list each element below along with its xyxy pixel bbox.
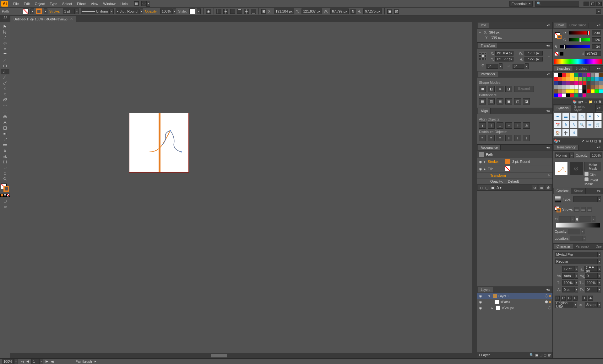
swatch-item[interactable]	[554, 73, 558, 77]
first-artboard-icon[interactable]: ⏮	[20, 360, 24, 363]
last-artboard-icon[interactable]: ⏭	[51, 360, 54, 363]
none-mode-icon[interactable]	[7, 194, 10, 197]
panel-menu-icon[interactable]: ▾≡	[545, 109, 551, 113]
visibility-icon[interactable]: ◉	[478, 294, 483, 298]
panel-menu-icon[interactable]: ▾≡	[596, 189, 602, 193]
tracking-input[interactable]: 0	[585, 273, 597, 279]
zoom-tool[interactable]	[1, 176, 9, 182]
swatch-item[interactable]	[558, 77, 562, 81]
color-spectrum[interactable]	[554, 59, 602, 64]
dist-bottom-icon[interactable]: ≡	[497, 135, 503, 141]
font-size-input[interactable]: 12 pt	[562, 266, 574, 272]
profile-input[interactable]: Uniform	[81, 8, 110, 14]
swatch-item[interactable]	[574, 73, 578, 77]
stroke-color-swatch[interactable]	[505, 159, 510, 164]
panel-menu-icon[interactable]: ▾≡	[545, 288, 551, 292]
character-tab[interactable]: Character	[554, 244, 573, 249]
shape-builder-tool[interactable]	[1, 114, 9, 120]
swatch-item[interactable]	[595, 89, 599, 93]
symbol-item[interactable]: ▢	[578, 113, 586, 120]
opentype-tab[interactable]: OpenType	[593, 244, 603, 249]
menu-window[interactable]: Window	[101, 0, 118, 8]
selection-tool[interactable]	[1, 24, 9, 29]
screen-mode-icon[interactable]: ▭	[1, 204, 9, 209]
gradient-ramp[interactable]	[556, 223, 600, 228]
swatch-item[interactable]	[554, 77, 558, 81]
outline-icon[interactable]: ▢	[514, 98, 521, 104]
paintbrush-tool[interactable]	[1, 69, 9, 74]
symbol-item[interactable]: ➕	[562, 129, 570, 136]
menu-type[interactable]: Type	[47, 0, 60, 8]
subscript-icon[interactable]: T₁	[573, 296, 578, 301]
x-input[interactable]: 191.104 px	[274, 8, 294, 14]
dist-vcenter-icon[interactable]: ≡	[488, 135, 495, 141]
artboard[interactable]	[129, 113, 188, 172]
blend-mode-dd[interactable]: ▾	[570, 153, 574, 158]
make-clip-icon[interactable]: ▣	[535, 353, 538, 357]
swatch-item[interactable]	[566, 73, 570, 77]
paragraph-tab[interactable]: Paragraph	[573, 244, 593, 249]
stroke-weight-dd[interactable]: ▾	[75, 8, 79, 14]
profile-dd[interactable]: ▾	[110, 8, 114, 14]
info-tab[interactable]: Info	[478, 23, 489, 28]
expand-icon[interactable]: ▸	[484, 167, 486, 171]
target-icon[interactable]	[548, 306, 551, 309]
swatch-item[interactable]	[579, 77, 582, 81]
menu-object[interactable]: Object	[32, 0, 47, 8]
make-mask-button[interactable]: Make Mask	[584, 162, 601, 171]
unite-icon[interactable]: ◼	[479, 86, 486, 92]
swatch-item[interactable]	[599, 85, 603, 89]
appearance-tab[interactable]: Appearance	[478, 145, 501, 150]
window-close-icon[interactable]: ✕	[596, 2, 602, 6]
add-effect-icon[interactable]: fx▾	[497, 186, 501, 190]
b-input[interactable]: 34	[592, 44, 601, 49]
swatch-item[interactable]	[599, 77, 603, 81]
style-dd[interactable]: ▾	[597, 259, 601, 264]
swatch-item[interactable]	[579, 81, 582, 85]
gradient-tool[interactable]	[1, 131, 9, 136]
align-vcenter-icon[interactable]: ┼	[244, 9, 249, 14]
isolate-icon[interactable]: ▣	[387, 9, 392, 14]
artboard-tool[interactable]	[1, 159, 9, 165]
stroke-swatch[interactable]	[36, 8, 42, 14]
fill-color-swatch[interactable]	[505, 166, 510, 171]
swatch-item[interactable]	[566, 85, 570, 89]
dist-top-icon[interactable]: ≡	[479, 135, 486, 141]
swatch-item[interactable]	[574, 85, 578, 89]
symbol-item[interactable]: 🏠	[554, 129, 562, 136]
swatch-item[interactable]	[595, 73, 599, 77]
expand-icon[interactable]: ▸	[484, 160, 486, 164]
layout-dd[interactable]: ▾	[146, 1, 150, 7]
fill-swatch[interactable]	[23, 8, 29, 14]
swatch-item[interactable]	[558, 85, 562, 89]
y-input[interactable]: 121.637 px	[302, 8, 322, 14]
swatch-item[interactable]	[587, 73, 590, 77]
magic-wand-tool[interactable]	[1, 35, 9, 40]
link-wh-icon[interactable]: ⫘	[547, 54, 551, 58]
swatch-item[interactable]	[591, 85, 595, 89]
color-tab[interactable]: Color	[554, 23, 567, 28]
h-input[interactable]: 97.275 px	[363, 8, 382, 14]
swatch-options-icon[interactable]: ⊟	[584, 100, 587, 104]
allcaps-icon[interactable]: TT	[555, 296, 560, 301]
swatch-item[interactable]	[558, 73, 562, 77]
swatch-item[interactable]	[570, 85, 574, 89]
swatch-item[interactable]	[554, 94, 558, 97]
place-symbol-icon[interactable]: ↗	[581, 139, 584, 143]
rotate-tool[interactable]	[1, 91, 9, 97]
scrollbar-horizontal[interactable]	[10, 353, 477, 358]
mesh-tool[interactable]	[1, 125, 9, 131]
swatch-item[interactable]	[579, 73, 582, 77]
align-right-icon[interactable]: ⫠	[497, 122, 503, 129]
hand-tool[interactable]	[1, 170, 9, 176]
swatch-item[interactable]	[579, 94, 582, 97]
visibility-icon[interactable]: ◉	[479, 167, 482, 171]
swatch-item[interactable]	[562, 73, 566, 77]
align-hcenter-icon[interactable]: ⟊	[488, 122, 495, 129]
swatch-item[interactable]	[574, 77, 578, 81]
blend-mode-input[interactable]: Normal	[555, 153, 570, 158]
swatch-item[interactable]	[562, 89, 566, 93]
swatch-item[interactable]	[570, 94, 574, 97]
crop-icon[interactable]: ▣	[505, 98, 512, 104]
swatch-item[interactable]	[583, 94, 586, 97]
